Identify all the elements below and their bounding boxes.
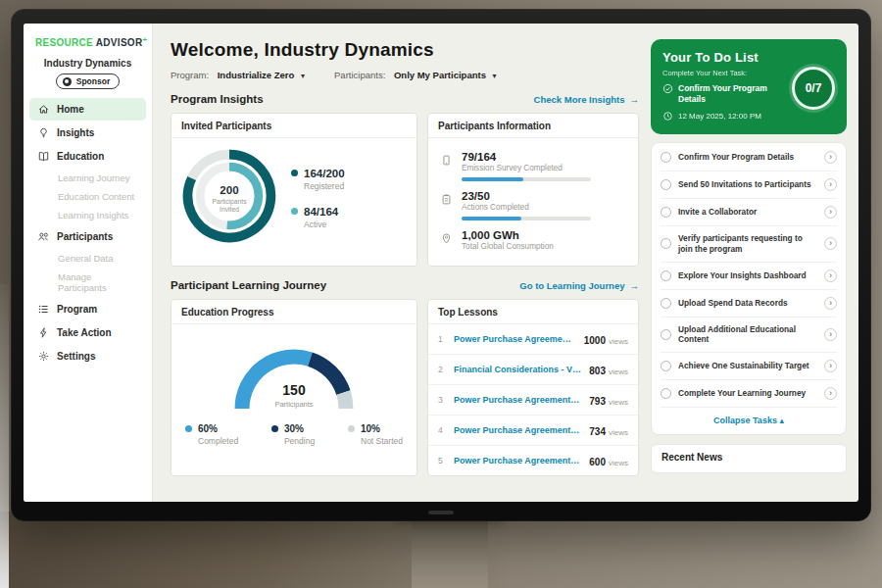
sidebar-subitem-general-data[interactable]: General Data — [29, 249, 146, 268]
sidebar-item-label: Insights — [57, 127, 94, 138]
monitor-stand — [412, 514, 488, 588]
page-title: Welcome, Industry Dynamics — [171, 39, 639, 61]
svg-text:Invited: Invited — [220, 206, 239, 213]
sidebar-item-program[interactable]: Program — [29, 298, 146, 320]
legend-dot — [348, 425, 355, 432]
chevron-right-icon[interactable]: › — [824, 360, 837, 372]
right-panel: Your To Do List Complete Your Next Task:… — [651, 24, 858, 502]
sidebar-subitem-manage-participants[interactable]: Manage Participants — [29, 268, 146, 297]
legend-item-registered: 164/200 Registered — [291, 168, 345, 191]
chevron-right-icon[interactable]: › — [824, 297, 837, 310]
learning-journey-title: Participant Learning Journey — [171, 279, 326, 291]
info-card-stats: 79/164 Emission Survey Completed 23/50 A… — [428, 138, 638, 266]
lesson-link[interactable]: Power Purchase Agreements 101 — [454, 334, 576, 344]
task-checkbox[interactable] — [661, 207, 671, 218]
lesson-link[interactable]: Power Purchase Agreements 101 — [454, 395, 581, 405]
learning-journey-header: Participant Learning Journey Go to Learn… — [171, 279, 639, 291]
sidebar-subitem-education-content[interactable]: Education Content — [29, 187, 146, 206]
go-to-learning-journey-link[interactable]: Go to Learning Journey→ — [519, 280, 639, 291]
sidebar-item-education[interactable]: Education — [29, 145, 146, 168]
task-confirm-your-program-details[interactable]: Confirm Your Program Details › — [661, 144, 837, 172]
education-icon — [37, 150, 50, 163]
lesson-rank: 1 — [438, 334, 446, 344]
lesson-link[interactable]: Financial Considerations - VPPAs — [454, 365, 581, 374]
lesson-rank: 4 — [438, 425, 446, 435]
sidebar-item-insights[interactable]: Insights — [29, 122, 146, 144]
chevron-right-icon[interactable]: › — [824, 151, 837, 164]
progress-bar — [462, 217, 591, 220]
education-card-title: Education Progress — [172, 300, 416, 324]
program-filter-value[interactable]: Industrialize Zero — [218, 70, 295, 80]
sidebar-item-take-action[interactable]: Take Action — [29, 321, 146, 344]
task-checkbox[interactable] — [661, 298, 671, 309]
actions-icon — [440, 192, 453, 205]
sidebar-subitem-learning-insights[interactable]: Learning Insights — [29, 206, 146, 224]
task-upload-spend-data-records[interactable]: Upload Spend Data Records › — [661, 290, 837, 318]
chevron-right-icon[interactable]: › — [824, 387, 837, 400]
chevron-right-icon[interactable]: › — [824, 270, 837, 282]
lesson-row: 1 Power Purchase Agreements 101 1000view… — [428, 324, 638, 355]
task-send-50-invitations-to-participants[interactable]: Send 50 Invitations to Participants › — [661, 172, 837, 199]
logo-primary: RESOURCE — [35, 37, 93, 48]
app-logo: RESOURCE ADVISOR+ — [24, 35, 152, 48]
participants-filter[interactable]: Participants: Only My Participants ▾ — [334, 70, 497, 80]
task-checkbox[interactable] — [661, 361, 671, 371]
task-complete-your-learning-journey[interactable]: Complete Your Learning Journey › — [661, 380, 837, 408]
task-invite-a-collaborator[interactable]: Invite a Collaborator › — [661, 199, 837, 226]
task-checkbox[interactable] — [661, 388, 671, 399]
lesson-link[interactable]: Power Purchase Agreements 103 — [454, 456, 581, 466]
lesson-rank: 3 — [438, 395, 446, 405]
task-checkbox[interactable] — [661, 152, 671, 163]
device-icon — [440, 153, 453, 166]
insights-icon — [37, 126, 50, 139]
task-upload-additional-educational-content[interactable]: Upload Additional Educational Content › — [661, 318, 837, 354]
participants-icon — [37, 230, 50, 243]
todo-task-list-card: Confirm Your Program Details › Send 50 I… — [651, 142, 847, 435]
sidebar-item-participants[interactable]: Participants — [29, 225, 146, 248]
sidebar-subitem-learning-journey[interactable]: Learning Journey — [29, 169, 146, 187]
chevron-down-icon[interactable]: ▾ — [301, 72, 305, 80]
lesson-views: 600 — [589, 457, 606, 467]
sidebar-item-settings[interactable]: Settings — [29, 345, 146, 368]
recent-news-header[interactable]: Recent News — [651, 444, 847, 473]
chevron-down-icon[interactable]: ▾ — [493, 72, 497, 80]
check-more-insights-link[interactable]: Check More Insights→ — [534, 94, 639, 105]
sidebar-item-home[interactable]: Home — [29, 98, 146, 121]
main-content: Welcome, Industry Dynamics Program: Indu… — [153, 24, 651, 502]
task-achieve-one-sustainability-target[interactable]: Achieve One Sustainability Target › — [661, 353, 837, 380]
sidebar-item-label: Take Action — [57, 327, 112, 338]
sidebar-item-label: Education — [57, 151, 104, 162]
program-filter[interactable]: Program: Industrialize Zero ▾ — [171, 70, 305, 80]
invited-donut-chart: 200 Participants Invited — [177, 144, 281, 252]
task-verify-participants-requesting-to-join-the-program[interactable]: Verify participants requesting to join t… — [661, 226, 837, 263]
progress-bar — [462, 177, 591, 181]
chevron-right-icon[interactable]: › — [824, 328, 837, 341]
education-progress-card: Education Progress 150 Participants 60% … — [171, 299, 417, 476]
task-checkbox[interactable] — [661, 329, 671, 340]
todo-due-date: 12 May 2025, 12:00 PM — [662, 111, 835, 122]
chevron-right-icon[interactable]: › — [824, 237, 837, 250]
task-checkbox[interactable] — [661, 238, 671, 249]
logo-secondary: ADVISOR — [96, 37, 143, 48]
settings-icon — [37, 350, 50, 363]
collapse-tasks-button[interactable]: Collapse Tasks ▴ — [661, 408, 837, 434]
task-explore-your-insights-dashboard[interactable]: Explore Your Insights Dashboard › — [661, 263, 837, 290]
sidebar: RESOURCE ADVISOR+ Industry Dynamics Spon… — [24, 24, 153, 502]
education-gauge-chart: 150 Participants — [172, 324, 416, 416]
arrow-right-icon: → — [630, 280, 640, 291]
lesson-link[interactable]: Power Purchase Agreements 102 — [454, 425, 581, 435]
todo-progress-value: 0/7 — [806, 81, 822, 95]
invited-card-title: Invited Participants — [172, 114, 416, 138]
lesson-rank: 2 — [438, 365, 446, 374]
legend-dot — [271, 425, 278, 432]
task-checkbox[interactable] — [661, 270, 671, 281]
sidebar-item-label: Program — [57, 304, 97, 315]
lesson-views: 793 — [589, 396, 606, 407]
lesson-row: 4 Power Purchase Agreements 102 734views — [428, 416, 638, 446]
participants-filter-value[interactable]: Only My Participants — [394, 70, 486, 80]
chevron-right-icon[interactable]: › — [824, 206, 837, 219]
task-checkbox[interactable] — [661, 179, 671, 190]
chevron-right-icon[interactable]: › — [824, 178, 837, 191]
sidebar-nav: Home Insights Education Learning Journey… — [24, 98, 152, 368]
todo-next-task[interactable]: Confirm Your Program Details — [662, 83, 784, 105]
